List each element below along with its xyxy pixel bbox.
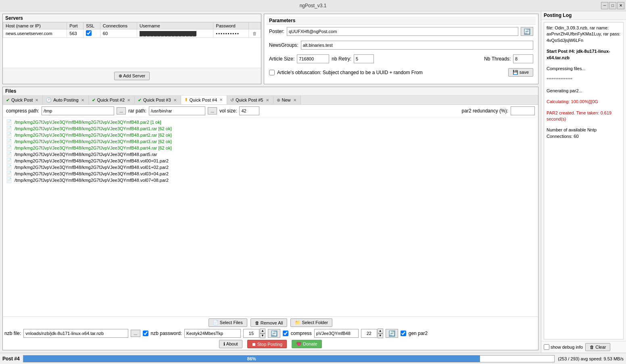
tab-close-new[interactable]: ✕ <box>292 98 297 102</box>
compress-checkbox[interactable] <box>283 331 288 336</box>
left-panel: Servers Host (name or IP) Port SSL Conne… <box>0 11 541 353</box>
tab-quick-post-3[interactable]: ✔ Quick Post #3 ✕ <box>135 96 181 104</box>
file-path: /tmp/kmg2G7fJvpVJee3QYmfB48/kmg2G7fJvpVJ… <box>15 139 171 144</box>
status-right-text: (253 / 293) avg speed: 9.53 MB/s <box>558 356 624 361</box>
progress-bar-fill: 86% <box>23 356 480 362</box>
files-title: Files <box>3 87 538 96</box>
add-server-button[interactable]: ⊕ Add Server <box>114 72 150 80</box>
col-ssl: SSL <box>83 23 100 29</box>
poster-row: Poster: 🔄 <box>269 27 533 36</box>
nzb-password-input[interactable] <box>184 329 241 338</box>
nzb-password-checkbox[interactable] <box>143 331 148 336</box>
ssl-checkbox[interactable] <box>86 30 92 36</box>
tab-label-qp2: Quick Post #2 <box>97 98 125 102</box>
about-button[interactable]: ℹ About <box>219 340 242 348</box>
maximize-button[interactable]: □ <box>609 2 616 9</box>
nb-threads-input[interactable] <box>513 54 533 63</box>
tab-close-qp1[interactable]: ✕ <box>34 98 39 102</box>
tabs-bar: ✔ Quick Post ✕ 🕐 Auto Posting ✕ ✔ Quick … <box>3 96 538 105</box>
compress-spin-down[interactable]: ▼ <box>378 333 383 338</box>
file-icon: 📄 <box>6 132 12 138</box>
tab-quick-post-4[interactable]: ⬆ Quick Post #4 ✕ <box>181 96 227 105</box>
newsgroups-label: NewsGroups: <box>269 42 298 48</box>
newsgroups-input[interactable] <box>301 41 533 50</box>
remove-all-button[interactable]: 🗑 Remove All <box>250 318 288 327</box>
tab-close-qp4[interactable]: ✕ <box>219 98 223 102</box>
poster-label: Poster: <box>269 29 284 34</box>
server-row: news.usenetserver.com 563 60 ███████████… <box>3 29 261 38</box>
donate-button[interactable]: 💗 Donate <box>292 340 322 348</box>
tab-close-qp3[interactable]: ✕ <box>173 98 177 102</box>
compress-path-input[interactable] <box>42 106 114 115</box>
params-title: Parameters <box>267 17 536 25</box>
file-icon: 📄 <box>6 152 12 157</box>
close-button[interactable]: ✕ <box>617 2 624 9</box>
file-icon: 📄 <box>6 177 12 183</box>
nb-retry-input[interactable] <box>354 54 374 63</box>
nzb-file-input[interactable] <box>23 329 128 338</box>
rar-path-browse-button[interactable]: ... <box>208 107 217 114</box>
clear-button[interactable]: 🗑 Clear <box>585 343 610 351</box>
compress-input2[interactable] <box>314 329 359 338</box>
nzb-file-browse-button[interactable]: ... <box>131 330 140 337</box>
spin-up[interactable]: ▲ <box>260 329 265 333</box>
tab-icon-qp4: ⬆ <box>184 97 188 102</box>
article-size-input[interactable] <box>297 54 329 63</box>
par2-redundancy-input[interactable] <box>511 106 535 115</box>
save-button[interactable]: 💾 save <box>508 68 533 77</box>
gen-par2-checkbox[interactable] <box>401 331 406 336</box>
tab-quick-post-1[interactable]: ✔ Quick Post ✕ <box>3 96 43 104</box>
show-debug-checkbox[interactable] <box>544 344 549 350</box>
nzb-password-refresh-button[interactable]: 🔄 <box>268 329 280 338</box>
server-port: 563 <box>67 29 83 38</box>
log-entry-generating: Generating par2... <box>547 88 621 94</box>
spin-down[interactable]: ▼ <box>260 333 265 338</box>
file-icon: 📄 <box>6 164 12 170</box>
article-size-row: Article Size: nb Retry: Nb Threads: <box>269 54 533 63</box>
tab-label-qp1: Quick Post <box>11 98 33 102</box>
tab-close-qp2[interactable]: ✕ <box>126 98 131 102</box>
nb-retry-label: nb Retry: <box>332 56 351 62</box>
minimize-button[interactable]: ─ <box>601 2 608 9</box>
nzb-password-num-input[interactable] <box>243 329 259 338</box>
window-controls: ─ □ ✕ <box>601 2 624 9</box>
nzb-file-label: nzb file: <box>4 331 21 336</box>
posting-log-controls: show debug info 🗑 Clear <box>541 341 626 353</box>
compress-label2: compress <box>291 331 312 336</box>
file-path: /tmp/kmg2G7fJvpVJee3QYmfB48/kmg2G7fJvpVJ… <box>15 165 169 170</box>
files-bottom: 📄 Select Files 🗑 Remove All 📁 Select Fol… <box>3 316 538 350</box>
server-delete[interactable]: 🗑 <box>249 29 261 38</box>
files-section: Files ✔ Quick Post ✕ 🕐 Auto Posting ✕ ✔ … <box>2 87 538 350</box>
compress-refresh-button[interactable]: 🔄 <box>386 329 398 338</box>
compress-path-browse-button[interactable]: ... <box>117 107 126 114</box>
file-path: /tmp/kmg2G7fJvpVJee3QYmfB48/kmg2G7fJvpVJ… <box>15 158 169 163</box>
select-files-button[interactable]: 📄 Select Files <box>209 318 247 327</box>
tab-new[interactable]: ⊕ New ✕ <box>273 96 301 104</box>
tab-close-ap[interactable]: ✕ <box>80 98 85 102</box>
password-masked: •••••••••• <box>216 31 240 36</box>
vol-size-input[interactable] <box>239 106 259 115</box>
tab-quick-post-5[interactable]: ↺ Quick Post #5 ✕ <box>227 96 273 104</box>
tab-close-qp5[interactable]: ✕ <box>265 98 270 102</box>
nzb-row: nzb file: ... nzb password: ▲ ▼ 🔄 <box>4 329 536 338</box>
tab-quick-post-2[interactable]: ✔ Quick Post #2 ✕ <box>89 96 135 104</box>
app-title: ngPost_v3.1 <box>300 3 327 8</box>
select-folder-button[interactable]: 📁 Select Folder <box>290 318 332 327</box>
username-masked: ████████████████ <box>140 31 196 36</box>
stop-posting-button[interactable]: ⏹ Stop Posting <box>247 340 287 348</box>
action-buttons-row: ℹ About ⏹ Stop Posting 💗 Donate <box>4 340 536 348</box>
rar-path-input[interactable] <box>149 106 205 115</box>
compress-spin-up[interactable]: ▲ <box>378 329 383 333</box>
obfuscation-checkbox[interactable] <box>269 70 275 75</box>
poster-input[interactable] <box>287 27 518 36</box>
list-item: 📄 /tmp/kmg2G7fJvpVJee3QYmfB48/kmg2G7fJvp… <box>4 177 536 183</box>
servers-table: Host (name or IP) Port SSL Connections U… <box>3 22 261 38</box>
tab-label-qp4: Quick Post #4 <box>190 98 217 102</box>
file-icon: 📄 <box>6 119 12 125</box>
vol-size-label: vol size: <box>219 108 237 114</box>
nb-threads-label: Nb Threads: <box>484 56 511 62</box>
tab-auto-posting[interactable]: 🕐 Auto Posting ✕ <box>43 96 88 104</box>
compress-num-input[interactable] <box>361 329 377 338</box>
file-icon: 📄 <box>6 126 12 131</box>
poster-refresh-button[interactable]: 🔄 <box>521 27 533 36</box>
